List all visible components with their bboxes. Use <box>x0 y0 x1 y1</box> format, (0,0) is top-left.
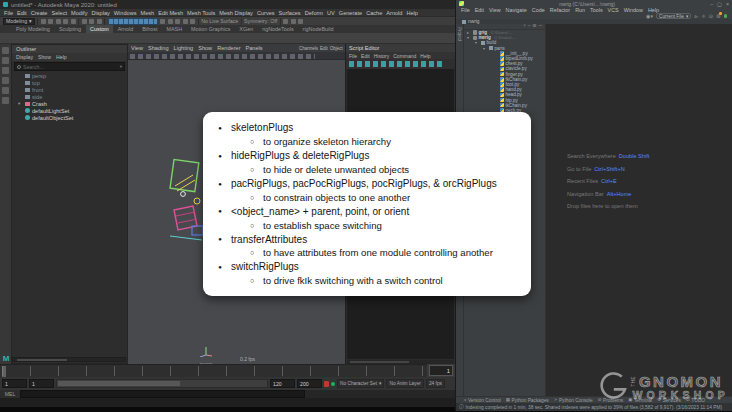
auto-key-icon[interactable] <box>331 382 335 386</box>
pycharm-menu-item[interactable]: File <box>461 7 470 13</box>
select-component-icon[interactable] <box>97 19 102 24</box>
shelf-tab[interactable]: Motion Graphics <box>187 25 234 33</box>
expand-arrow-icon[interactable]: ▾ <box>467 35 471 40</box>
shelf-content[interactable] <box>0 33 456 44</box>
current-time-marker[interactable] <box>2 366 6 377</box>
collapse-all-icon[interactable]: − <box>528 24 531 29</box>
maya-menu-item[interactable]: File <box>4 10 13 16</box>
window-control-button[interactable]: ▢ <box>717 1 722 7</box>
outliner-item[interactable]: side <box>12 93 127 100</box>
pycharm-menu-item[interactable]: Navigate <box>506 7 527 13</box>
maya-menu-item[interactable]: Deform <box>305 10 323 16</box>
viewport-menu-item[interactable]: Show <box>198 45 212 51</box>
select-hierarchy-icon[interactable] <box>82 19 87 24</box>
time-slider[interactable] <box>0 364 427 377</box>
pycharm-menu-item[interactable]: Code <box>532 7 545 13</box>
maya-menu-item[interactable]: Curves <box>257 10 275 16</box>
animation-start-field[interactable]: 1 <box>2 379 27 388</box>
maya-menu-item[interactable]: Cache <box>366 10 382 16</box>
selection-mask-icons[interactable] <box>108 18 158 25</box>
lock-icon[interactable] <box>160 19 165 24</box>
script-editor-menu-item[interactable]: History <box>374 53 390 59</box>
maya-menu-item[interactable]: Generate <box>339 10 362 16</box>
snap-grid-icon[interactable] <box>168 19 173 24</box>
shelf-tab[interactable]: Custom <box>86 25 113 33</box>
maya-menu-item[interactable]: Display <box>91 10 109 16</box>
render-icon[interactable] <box>283 19 288 24</box>
debug-icon[interactable]: ❖ <box>701 14 705 19</box>
viewport-toolbar-icons[interactable] <box>128 52 345 60</box>
shelf-tab[interactable]: Arnold <box>114 25 138 33</box>
outliner-horizontal-scrollbar[interactable] <box>12 357 126 362</box>
redo-icon[interactable] <box>71 19 76 24</box>
pycharm-menu-item[interactable]: Run <box>575 7 585 13</box>
snap-plane-icon[interactable] <box>190 19 195 24</box>
run-configuration-dropdown[interactable]: Current File▾ <box>656 13 691 19</box>
viewport-menu-item[interactable]: Shading <box>148 45 169 51</box>
save-scene-icon[interactable] <box>56 19 61 24</box>
outliner-item[interactable]: top <box>12 79 127 86</box>
code-with-me-icon[interactable] <box>724 14 728 18</box>
script-editor-menu-item[interactable]: Command <box>393 53 416 59</box>
new-scene-icon[interactable] <box>41 19 46 24</box>
viewport-menu-item[interactable]: Panels <box>246 45 263 51</box>
outliner-menu-item[interactable]: Show <box>38 54 51 60</box>
maya-menu-item[interactable]: Create <box>31 10 48 16</box>
pycharm-menu-item[interactable]: Refactor <box>550 7 570 13</box>
shelf-tab[interactable]: rigNodeTools <box>258 25 297 33</box>
status-bar-item[interactable]: ⊘ Problems <box>598 398 623 403</box>
shelf-tab[interactable]: Sculpting <box>55 25 85 33</box>
script-editor-menu-item[interactable]: Edit <box>361 53 370 59</box>
character-set-dropdown[interactable]: No Character Set▾ <box>337 379 384 388</box>
snap-point-icon[interactable] <box>183 19 188 24</box>
open-scene-icon[interactable] <box>48 19 53 24</box>
lasso-tool-icon[interactable] <box>2 57 9 64</box>
playback-start-field[interactable]: 1 <box>29 379 54 388</box>
status-bar-item[interactable]: ± Version Control <box>464 398 501 403</box>
pycharm-menu-item[interactable]: VCS <box>608 7 619 13</box>
current-frame-field[interactable]: 1 <box>429 365 453 376</box>
outliner-item[interactable]: ▾ Crash <box>12 100 127 107</box>
outliner-menu-item[interactable]: Help <box>56 54 67 60</box>
shelf-tab[interactable]: XGen <box>235 25 257 33</box>
locate-icon[interactable]: ⌖ <box>523 24 526 29</box>
outliner-search-field[interactable]: Search... ▾ <box>14 62 125 71</box>
maya-menu-item[interactable]: Help <box>406 10 418 16</box>
select-tool-icon[interactable] <box>2 47 9 54</box>
maya-menu-item[interactable]: Modify <box>71 10 87 16</box>
maya-menu-item[interactable]: Mesh <box>141 10 155 16</box>
maya-menu-item[interactable]: Edit <box>17 10 27 16</box>
settings-gear-icon[interactable]: ⚙ <box>716 13 720 19</box>
scale-tool-icon[interactable] <box>2 97 9 104</box>
expand-arrow-icon[interactable]: ▾ <box>483 46 487 51</box>
undo-icon[interactable] <box>63 19 68 24</box>
maya-menu-item[interactable]: Arnold <box>386 10 402 16</box>
set-key-icon[interactable] <box>324 381 329 387</box>
outliner-item[interactable]: persp <box>12 72 127 79</box>
expand-arrow-icon[interactable]: ▾ <box>475 40 479 45</box>
maya-menu-item[interactable]: Select <box>51 10 67 16</box>
maya-menu-item[interactable]: Edit Mesh <box>158 10 183 16</box>
viewport-menu-item[interactable]: Lighting <box>174 45 194 51</box>
status-bar-item[interactable]: ▣ Terminal <box>628 398 652 403</box>
hide-icon[interactable]: ─ <box>539 24 542 29</box>
shelf-tab[interactable]: Bifrost <box>138 25 161 33</box>
window-control-button[interactable]: × <box>726 1 729 7</box>
rotate-tool-icon[interactable] <box>2 87 9 94</box>
move-tool-icon[interactable] <box>2 77 9 84</box>
search-icon[interactable]: ⊙ <box>709 14 713 19</box>
outliner-item[interactable]: defaultLightSet <box>12 107 127 114</box>
viewport-menu-item[interactable]: View <box>131 45 143 51</box>
pycharm-menu-item[interactable]: Tools <box>590 7 603 13</box>
shelf-tab[interactable]: MASH <box>163 25 187 33</box>
animation-end-field[interactable]: 200 <box>297 379 322 388</box>
select-object-icon[interactable] <box>89 19 94 24</box>
project-tool-button[interactable]: Project <box>457 27 462 41</box>
command-line-input[interactable] <box>20 390 305 398</box>
window-control-button[interactable]: – <box>710 1 713 7</box>
pycharm-menu-item[interactable]: View <box>489 7 501 13</box>
settings-icon[interactable]: ⚙ <box>533 24 537 29</box>
status-bar-item[interactable]: ⚙ Services <box>657 398 681 403</box>
outliner-item[interactable]: defaultObjectSet <box>12 114 127 121</box>
status-bar-item[interactable]: ≻ Python Console <box>554 398 593 403</box>
